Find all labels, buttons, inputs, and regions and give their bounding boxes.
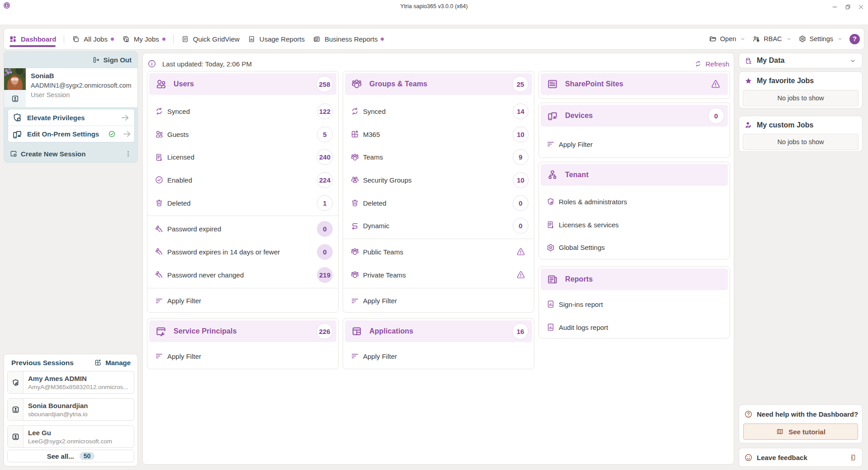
apply-filter-button[interactable]: Apply Filter — [147, 345, 338, 368]
row-password-expired[interactable]: Password expired0 — [147, 217, 338, 240]
row-count-badge: 5 — [317, 127, 333, 142]
row-label: Private Teams — [363, 271, 406, 279]
row-dynamic[interactable]: Dynamic0 — [343, 214, 534, 237]
chevron-down-icon[interactable] — [849, 57, 857, 65]
create-session-icon — [9, 150, 18, 158]
card-devices-header[interactable]: Devices0 — [541, 105, 728, 127]
filter-icon — [155, 352, 164, 361]
warning-icon — [516, 247, 526, 257]
manage-button[interactable]: Manage — [94, 359, 131, 367]
password-icon — [155, 225, 164, 234]
row-synced[interactable]: Synced122 — [147, 100, 338, 123]
tab-label: Dashboard — [21, 35, 56, 43]
tab-business-reports[interactable]: Business Reports — [309, 28, 388, 49]
tab-all-jobs[interactable]: All Jobs — [68, 28, 118, 49]
row-password-expires-in-14-days-or-fewer[interactable]: Password expires in 14 days or fewer0 — [147, 240, 338, 263]
row-deleted[interactable]: Deleted0 — [343, 192, 534, 215]
row-label: Teams — [363, 153, 383, 161]
rbac-button[interactable]: RBAC — [752, 35, 792, 43]
feedback-card[interactable]: Leave feedback — [739, 448, 863, 467]
quick-gridview-icon — [181, 35, 189, 43]
row-label: Dynamic — [363, 222, 389, 230]
card-reports-header[interactable]: Reports — [541, 268, 728, 290]
restore-button[interactable] — [841, 2, 854, 12]
open-label: Open — [720, 35, 736, 42]
row-label: Password expired — [167, 225, 221, 233]
licensed-icon — [155, 153, 164, 162]
row-licensed[interactable]: Licensed240 — [147, 146, 338, 169]
create-new-session-button[interactable]: Create New Session — [4, 147, 137, 162]
row-teams[interactable]: Teams9 — [343, 146, 534, 169]
row-label: Deleted — [363, 199, 387, 207]
row-sign-ins-report[interactable]: Sign-ins report — [539, 293, 730, 316]
minimize-button[interactable] — [828, 2, 841, 12]
tab-dashboard[interactable]: Dashboard — [5, 28, 60, 49]
sign-out-button[interactable]: Sign Out — [4, 52, 137, 68]
row-private-teams[interactable]: Private Teams — [343, 263, 534, 287]
row-label: Deleted — [167, 199, 191, 207]
apply-filter-button[interactable]: Apply Filter — [147, 290, 338, 313]
row-password-never-changed[interactable]: Password never changed219 — [147, 263, 338, 287]
row-count-badge: 14 — [513, 103, 528, 119]
apply-filter-button[interactable]: Apply Filter — [343, 290, 534, 313]
tab-my-jobs[interactable]: My Jobs — [118, 28, 170, 49]
row-roles-administrators[interactable]: Roles & administrators — [539, 190, 730, 213]
kebab-menu-icon[interactable] — [124, 150, 132, 158]
tab-quick-gridview[interactable]: Quick GridView — [177, 28, 244, 49]
card-sharepoint-header[interactable]: SharePoint Sites — [541, 73, 728, 95]
row-count-badge: 0 — [317, 221, 333, 237]
refresh-button[interactable]: Refresh — [694, 60, 729, 68]
row-global-settings[interactable]: Global Settings — [539, 236, 730, 259]
card-users-header[interactable]: Users258 — [149, 73, 336, 95]
smiley-icon — [744, 453, 753, 462]
elevate-label: Elevate Privileges — [27, 114, 85, 122]
onprem-label: Edit On-Prem Settings — [27, 130, 99, 138]
row-enabled[interactable]: Enabled224 — [147, 169, 338, 192]
row-licenses-services[interactable]: Licenses & services — [539, 213, 730, 236]
tab-usage-reports[interactable]: Usage Reports — [244, 28, 309, 49]
row-count-badge: 224 — [317, 172, 333, 188]
settings-button[interactable]: Settings — [798, 35, 843, 43]
close-button[interactable] — [854, 2, 868, 12]
session-item[interactable]: Sonia Bounardjiansbounardjian@ytria.io — [7, 398, 134, 421]
open-button[interactable]: Open — [709, 35, 746, 43]
session-item[interactable]: Amy Ames ADMINAmyA@M365x85832012.onmicro… — [7, 371, 134, 394]
tab-label: Usage Reports — [259, 35, 305, 43]
row-security-groups[interactable]: Security Groups10 — [343, 169, 534, 192]
warning-icon — [516, 270, 526, 280]
row-deleted[interactable]: Deleted1 — [147, 192, 338, 215]
card-service-principals-header[interactable]: Service Principals226 — [149, 320, 336, 342]
row-label: Synced — [167, 108, 190, 115]
card-tenant-header[interactable]: Tenant — [541, 164, 728, 186]
my-data-card[interactable]: My Data — [739, 53, 863, 68]
card-groups-header[interactable]: Groups & Teams25 — [345, 73, 532, 95]
row-label: M365 — [363, 131, 380, 138]
apply-filter-button[interactable]: Apply Filter — [343, 345, 534, 368]
person-box-icon — [11, 432, 20, 441]
row-public-teams[interactable]: Public Teams — [343, 240, 534, 263]
card-title: Users — [174, 80, 194, 88]
see-tutorial-button[interactable]: See tutorial — [743, 423, 858, 440]
settings-icon — [546, 243, 555, 252]
users-icon — [155, 78, 167, 90]
onprem-button[interactable]: Edit On-Prem Settings — [8, 126, 134, 142]
row-audit-logs-report[interactable]: Audit logs report — [539, 316, 730, 338]
session-item-name: Amy Ames ADMIN — [28, 375, 128, 382]
row-guests[interactable]: Guests5 — [147, 123, 338, 146]
card-applications-header[interactable]: Applications16 — [345, 320, 532, 342]
session-item-email: LeeG@sygx2.onmicrosoft.com — [28, 438, 112, 445]
row-synced[interactable]: Synced14 — [343, 100, 534, 123]
help-button[interactable]: ? — [849, 34, 860, 44]
see-all-button[interactable]: See all... 50 — [7, 450, 134, 462]
row-label: Security Groups — [363, 176, 412, 184]
elevate-button[interactable]: Elevate Privileges — [8, 109, 134, 126]
row-m365[interactable]: M36510 — [343, 123, 534, 146]
session-item[interactable]: Lee GuLeeG@sygx2.onmicrosoft.com — [7, 425, 134, 448]
section-divider — [147, 288, 338, 288]
apply-filter-button[interactable]: Apply Filter — [539, 133, 730, 156]
card-count-badge: 0 — [708, 108, 724, 124]
open-pane-icon[interactable] — [849, 454, 857, 461]
manage-label: Manage — [105, 359, 131, 367]
sign-out-icon — [92, 56, 100, 64]
service-principals-icon — [155, 325, 167, 337]
